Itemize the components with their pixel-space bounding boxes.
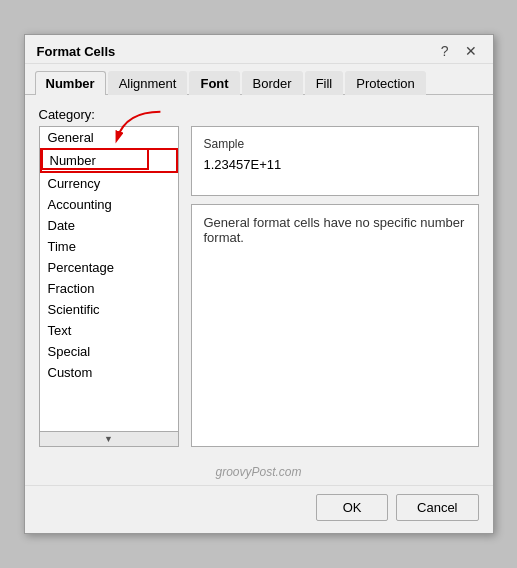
tab-bar: Number Alignment Font Border Fill Protec… — [25, 64, 493, 95]
cancel-button[interactable]: Cancel — [396, 494, 478, 521]
tab-protection[interactable]: Protection — [345, 71, 426, 95]
right-panel: Sample 1.23457E+11 General format cells … — [191, 126, 479, 447]
category-item-fraction[interactable]: Fraction — [40, 278, 178, 299]
category-item-date[interactable]: Date — [40, 215, 178, 236]
tab-border[interactable]: Border — [242, 71, 303, 95]
dialog-title: Format Cells — [37, 44, 116, 59]
sample-label: Sample — [204, 137, 466, 151]
category-item-currency[interactable]: Currency — [40, 173, 178, 194]
category-list[interactable]: General Number Currency Accounting Date … — [39, 126, 179, 446]
category-item-time[interactable]: Time — [40, 236, 178, 257]
dialog-content: Category: General Number — [25, 95, 493, 459]
category-item-special[interactable]: Special — [40, 341, 178, 362]
tab-number[interactable]: Number — [35, 71, 106, 95]
tab-font[interactable]: Font — [189, 71, 239, 95]
category-item-percentage[interactable]: Percentage — [40, 257, 178, 278]
sample-value: 1.23457E+11 — [204, 157, 466, 172]
sample-box: Sample 1.23457E+11 — [191, 126, 479, 196]
dialog-buttons: OK Cancel — [25, 485, 493, 533]
tab-fill[interactable]: Fill — [305, 71, 344, 95]
close-button[interactable]: ✕ — [461, 43, 481, 59]
title-bar: Format Cells ? ✕ — [25, 35, 493, 64]
category-item-scientific[interactable]: Scientific — [40, 299, 178, 320]
category-item-custom[interactable]: Custom — [40, 362, 178, 383]
category-item-general[interactable]: General — [40, 127, 178, 148]
main-area: General Number Currency Accounting Date … — [39, 126, 479, 447]
category-item-number[interactable]: Number — [40, 148, 178, 173]
format-cells-dialog: Format Cells ? ✕ Number Alignment Font B… — [24, 34, 494, 534]
category-item-accounting[interactable]: Accounting — [40, 194, 178, 215]
help-button[interactable]: ? — [437, 43, 453, 59]
scroll-down-arrow[interactable]: ▼ — [39, 431, 179, 447]
watermark: groovyPost.com — [25, 459, 493, 485]
tab-alignment[interactable]: Alignment — [108, 71, 188, 95]
category-item-text[interactable]: Text — [40, 320, 178, 341]
ok-button[interactable]: OK — [316, 494, 388, 521]
category-list-container: General Number Currency Accounting Date … — [39, 126, 179, 447]
title-bar-controls: ? ✕ — [437, 43, 481, 59]
category-label: Category: — [39, 107, 479, 122]
description-box: General format cells have no specific nu… — [191, 204, 479, 447]
